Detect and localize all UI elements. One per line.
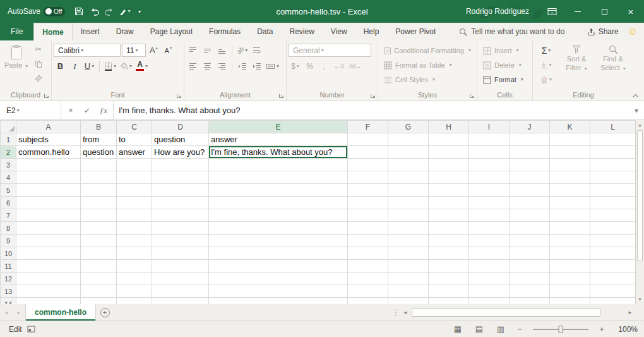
cell-E2[interactable]: I'm fine, thanks. What about you? xyxy=(209,146,348,159)
alignment-dialog-launcher[interactable] xyxy=(278,93,284,99)
cell-J2[interactable] xyxy=(510,146,550,159)
cell-I8[interactable] xyxy=(469,222,510,235)
cell-H13[interactable] xyxy=(429,285,469,298)
cell-A10[interactable] xyxy=(16,247,81,260)
cell-H5[interactable] xyxy=(429,184,469,197)
cell-H7[interactable] xyxy=(429,209,469,222)
cell-K11[interactable] xyxy=(550,260,590,273)
row-header-1[interactable]: 1 xyxy=(1,133,16,146)
column-header-J[interactable]: J xyxy=(510,121,550,133)
bold-button[interactable]: B xyxy=(54,59,67,73)
cell-C14[interactable] xyxy=(117,298,152,305)
cell-D9[interactable] xyxy=(152,235,209,247)
normal-view-button[interactable]: ▦ xyxy=(450,323,466,336)
cell-B10[interactable] xyxy=(81,247,117,260)
cell-C2[interactable]: answer xyxy=(117,146,152,159)
cell-J13[interactable] xyxy=(510,285,550,298)
row-header-13[interactable]: 13 xyxy=(1,285,16,298)
cell-F1[interactable] xyxy=(348,133,388,146)
cell-K9[interactable] xyxy=(550,235,590,247)
cell-I7[interactable] xyxy=(469,209,510,222)
cell-J6[interactable] xyxy=(510,197,550,209)
clipboard-dialog-launcher[interactable] xyxy=(44,93,49,99)
cell-F9[interactable] xyxy=(348,235,388,247)
customize-quick-access-button[interactable]: ▾ xyxy=(132,3,147,20)
cell-J14[interactable] xyxy=(510,298,550,305)
cell-C12[interactable] xyxy=(117,273,152,285)
format-cells-button[interactable]: Format ▾ xyxy=(479,73,530,87)
cell-C3[interactable] xyxy=(117,159,152,171)
cell-H1[interactable] xyxy=(429,133,469,146)
cell-J8[interactable] xyxy=(510,222,550,235)
minimize-button[interactable] xyxy=(564,0,591,23)
tab-page-layout[interactable]: Page Layout xyxy=(142,23,201,40)
row-header-10[interactable]: 10 xyxy=(1,247,16,260)
cell-C9[interactable] xyxy=(117,235,152,247)
cell-F3[interactable] xyxy=(348,159,388,171)
autosave-switch[interactable]: Off xyxy=(44,7,65,16)
find-select-button[interactable]: Find & Select ▾ xyxy=(595,42,631,90)
insert-cells-button[interactable]: Insert ▾ xyxy=(479,44,530,58)
cell-G8[interactable] xyxy=(388,222,429,235)
cell-A7[interactable] xyxy=(16,209,81,222)
zoom-level[interactable]: 100% xyxy=(612,325,638,334)
cell-E3[interactable] xyxy=(209,159,348,171)
styles-dialog-launcher[interactable] xyxy=(469,93,475,99)
comma-style-button[interactable]: , xyxy=(318,59,331,73)
cell-G4[interactable] xyxy=(388,171,429,184)
cell-E13[interactable] xyxy=(209,285,348,298)
cell-G10[interactable] xyxy=(388,247,429,260)
cell-G5[interactable] xyxy=(388,184,429,197)
cell-J4[interactable] xyxy=(510,171,550,184)
cell-L1[interactable] xyxy=(590,133,636,146)
cell-B12[interactable] xyxy=(81,273,117,285)
sheet-nav-right-button[interactable]: ► xyxy=(13,304,25,321)
cell-H2[interactable] xyxy=(429,146,469,159)
cell-F13[interactable] xyxy=(348,285,388,298)
scroll-down-button[interactable]: ▼ xyxy=(636,295,644,304)
column-header-D[interactable]: D xyxy=(152,121,209,133)
cell-C1[interactable]: to xyxy=(117,133,152,146)
cell-B8[interactable] xyxy=(81,222,117,235)
cell-H3[interactable] xyxy=(429,159,469,171)
maximize-button[interactable] xyxy=(591,0,617,23)
cell-K10[interactable] xyxy=(550,247,590,260)
cell-F8[interactable] xyxy=(348,222,388,235)
tab-view[interactable]: View xyxy=(323,23,355,40)
cell-B13[interactable] xyxy=(81,285,117,298)
enter-button[interactable]: ✓ xyxy=(79,101,95,119)
column-header-E[interactable]: E xyxy=(209,121,348,133)
align-center-button[interactable] xyxy=(201,59,214,73)
cell-E12[interactable] xyxy=(209,273,348,285)
cell-D10[interactable] xyxy=(152,247,209,260)
cell-J12[interactable] xyxy=(510,273,550,285)
cell-A14[interactable] xyxy=(16,298,81,305)
orientation-button[interactable]: ab▾ xyxy=(236,44,249,57)
cell-G13[interactable] xyxy=(388,285,429,298)
cell-L9[interactable] xyxy=(590,235,636,247)
cell-A6[interactable] xyxy=(16,197,81,209)
row-header-5[interactable]: 5 xyxy=(1,184,16,197)
cell-B3[interactable] xyxy=(81,159,117,171)
collapse-ribbon-button[interactable] xyxy=(632,94,639,98)
sort-filter-button[interactable]: Sort & Filter ▾ xyxy=(559,42,594,90)
cell-K12[interactable] xyxy=(550,273,590,285)
align-top-button[interactable] xyxy=(186,44,200,57)
clear-button[interactable]: ▾ xyxy=(535,73,558,86)
cell-A5[interactable] xyxy=(16,184,81,197)
cell-H8[interactable] xyxy=(429,222,469,235)
cell-A8[interactable] xyxy=(16,222,81,235)
cell-J7[interactable] xyxy=(510,209,550,222)
cell-I10[interactable] xyxy=(469,247,510,260)
row-header-12[interactable]: 12 xyxy=(1,273,16,285)
cell-F11[interactable] xyxy=(348,260,388,273)
cell-L14[interactable] xyxy=(590,298,636,305)
formula-input[interactable]: I'm fine, thanks. What about you? xyxy=(114,101,629,119)
cell-K4[interactable] xyxy=(550,171,590,184)
tab-insert[interactable]: Insert xyxy=(73,23,108,40)
cancel-button[interactable]: × xyxy=(63,101,79,119)
cell-A2[interactable]: common.hello xyxy=(16,146,81,159)
align-right-button[interactable] xyxy=(215,59,229,73)
align-left-button[interactable] xyxy=(186,59,200,73)
new-sheet-button[interactable]: + xyxy=(96,304,114,321)
